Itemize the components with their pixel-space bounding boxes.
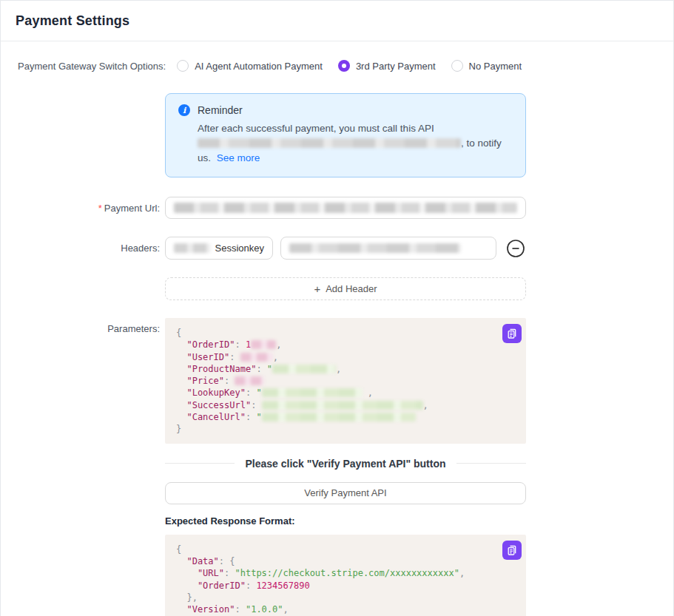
gateway-options-label: Payment Gateway Switch Options:	[18, 61, 166, 72]
radio-option-3rd-party-payment[interactable]: 3rd Party Payment	[338, 60, 436, 72]
redacted-price	[235, 376, 264, 385]
radio-unselected-icon[interactable]	[451, 60, 463, 72]
code-line: "UserID": ,	[176, 351, 514, 363]
radio-option-no-payment[interactable]: No Payment	[451, 60, 522, 72]
radio-selected-icon[interactable]	[338, 60, 350, 72]
code-line: "OrderID": 1,	[176, 339, 514, 351]
reminder-alert: i Reminder After each successful payment…	[165, 93, 526, 177]
payment-settings-card: Payment Settings Payment Gateway Switch …	[0, 0, 674, 616]
code-line: "LookupKey": " ,	[176, 387, 514, 399]
divider-text: Please click "Verify Payment API" button	[245, 458, 445, 470]
redacted-payment-url	[174, 203, 517, 213]
radio-option-label: 3rd Party Payment	[356, 61, 436, 72]
reminder-body: After each successful payment, you must …	[198, 121, 513, 166]
redacted-success-url	[262, 401, 423, 410]
header-row: Sessionkey	[165, 237, 526, 260]
redacted-api-url	[198, 138, 461, 148]
headers-label: Headers:	[1, 243, 160, 254]
radio-option-label: AI Agent Automation Payment	[195, 61, 323, 72]
remove-header-button[interactable]	[506, 239, 525, 258]
expected-response-code-block: { "Data": { "URL": "https://checkout.str…	[165, 535, 526, 616]
code-line: "SuccessUrl": ,	[176, 399, 514, 411]
page-title: Payment Settings	[16, 13, 129, 29]
payment-url-input[interactable]	[165, 197, 526, 219]
code-line: "URL": "https://checkout.stripe.com/xxxx…	[176, 567, 514, 579]
code-line: },	[176, 592, 514, 603]
radio-option-ai-agent-automation-payment[interactable]: AI Agent Automation Payment	[177, 60, 323, 72]
verify-divider: Please click "Verify Payment API" button	[165, 458, 526, 470]
divider-line	[165, 463, 235, 464]
parameters-label: Parameters:	[1, 318, 160, 334]
copy-parameters-button[interactable]	[502, 324, 522, 343]
plus-icon: +	[314, 282, 320, 295]
reminder-title: Reminder	[198, 104, 243, 116]
code-line: "Price":	[176, 375, 514, 387]
header-key-text: Sessionkey	[215, 243, 264, 254]
payment-url-label: *Payment Url:	[1, 203, 160, 214]
code-line: "Data": {	[176, 555, 514, 567]
payment-gateway-radio-group: Payment Gateway Switch Options: AI Agent…	[18, 60, 673, 72]
minus-circle-icon	[506, 239, 525, 258]
divider-line	[456, 463, 526, 464]
radio-option-label: No Payment	[469, 61, 522, 72]
expected-response-label: Expected Response Format:	[165, 515, 526, 527]
redacted-header-value	[289, 243, 461, 253]
redacted-product-name	[272, 365, 336, 373]
code-line: "Version": "1.0.0",	[176, 603, 514, 615]
see-more-link[interactable]: See more	[217, 152, 260, 163]
code-line: {	[176, 544, 514, 555]
redacted-header-key-prefix	[174, 243, 210, 253]
code-line: }	[176, 423, 514, 435]
redacted-lookup-key	[262, 388, 363, 397]
verify-payment-api-button[interactable]: Verify Payment API	[165, 482, 526, 504]
copy-response-button[interactable]	[502, 541, 522, 560]
info-icon: i	[178, 104, 190, 116]
code-line: "CancelUrl": "	[176, 411, 514, 423]
radio-unselected-icon[interactable]	[177, 60, 189, 72]
redacted-user-id	[240, 353, 273, 362]
add-header-label: Add Header	[326, 283, 377, 294]
reminder-line2-suffix: , to notify	[461, 138, 502, 149]
parameters-code-block: { "OrderID": 1, "UserID": , "ProductName…	[165, 318, 526, 444]
reminder-line3-prefix: us.	[198, 152, 211, 163]
required-asterisk: *	[98, 203, 102, 214]
code-line: {	[176, 327, 514, 339]
copy-icon	[506, 544, 518, 556]
add-header-button[interactable]: + Add Header	[165, 277, 526, 300]
copy-icon	[506, 328, 518, 339]
page-header: Payment Settings	[1, 1, 673, 41]
reminder-line1: After each successful payment, you must …	[198, 123, 434, 134]
redacted-cancel-url	[262, 413, 416, 422]
code-line: "ProductName": ",	[176, 363, 514, 375]
header-key-input[interactable]: Sessionkey	[165, 237, 273, 260]
code-line: "OrderID": 1234567890	[176, 580, 514, 592]
header-value-input[interactable]	[280, 237, 496, 260]
redacted-order-id	[251, 340, 276, 349]
